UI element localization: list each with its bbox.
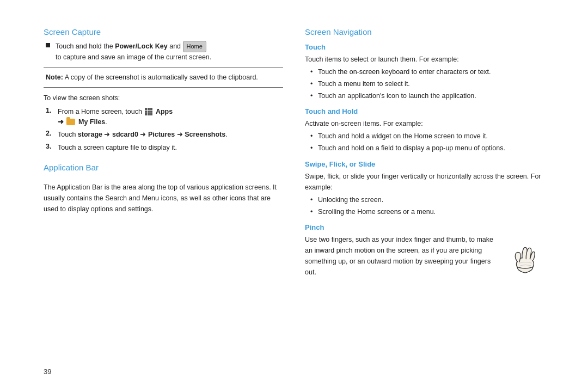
- screen-navigation-title: Screen Navigation: [305, 27, 544, 36]
- application-bar-text: The Application Bar is the area along th…: [44, 182, 283, 215]
- capture-instruction: Touch and hold the Power/Lock Key and Ho…: [44, 41, 283, 62]
- page-number: 39: [44, 367, 51, 376]
- touch-bullet-3: Touch an application's icon to launch th…: [310, 91, 544, 101]
- touch-hold-heading: Touch and Hold: [305, 107, 544, 115]
- touch-section: Touch Touch items to select or launch th…: [305, 43, 544, 101]
- touch-bullet-1: Touch the on-screen keyboard to enter ch…: [310, 67, 544, 77]
- swipe-bullet-1: Unlocking the screen.: [310, 195, 544, 205]
- touch-hold-intro: Activate on-screen items. For example:: [305, 118, 544, 129]
- pinch-section: Pinch Use two fingers, such as your inde…: [305, 223, 544, 280]
- pinch-text: Use two fingers, such as your index fing…: [305, 234, 495, 278]
- swipe-heading: Swipe, Flick, or Slide: [305, 160, 544, 168]
- swipe-bullet-2: Scrolling the Home screens or a menu.: [310, 207, 544, 217]
- touch-hold-bullet-1: Touch and hold a widget on the Home scre…: [310, 131, 544, 142]
- step-3-text: Touch a screen capture file to display i…: [58, 143, 177, 153]
- step-2-number: 2.: [46, 130, 54, 137]
- step-2-text: Touch storage ➜ sdcard0 ➜ Pictures ➜ Scr…: [58, 130, 228, 140]
- swipe-section: Swipe, Flick, or Slide Swipe, flick, or …: [305, 160, 544, 217]
- arrow-1: ➜: [58, 118, 64, 126]
- step-1-number: 1.: [46, 107, 54, 114]
- step-1-text: From a Home screen, touch Apps ➜ My File…: [58, 107, 173, 127]
- home-button-graphic: Home: [183, 41, 206, 52]
- apps-icon: [145, 108, 152, 115]
- steps-section: To view the screen shots: 1. From a Home…: [44, 93, 283, 153]
- step-3: 3. Touch a screen capture file to displa…: [44, 143, 283, 153]
- touch-hold-bullets: Touch and hold a widget on the Home scre…: [305, 131, 544, 154]
- step-1: 1. From a Home screen, touch Apps ➜ My F…: [44, 107, 283, 127]
- application-bar-section: Application Bar The Application Bar is t…: [44, 163, 283, 215]
- swipe-intro: Swipe, flick, or slide your finger verti…: [305, 171, 544, 193]
- touch-bullets: Touch the on-screen keyboard to enter ch…: [305, 67, 544, 101]
- folder-icon: [66, 119, 75, 125]
- step-3-number: 3.: [46, 143, 54, 150]
- touch-bullet-2: Touch a menu item to select it.: [310, 79, 544, 89]
- screen-capture-title: Screen Capture: [44, 27, 283, 36]
- touch-hold-section: Touch and Hold Activate on-screen items.…: [305, 107, 544, 154]
- note-text: A copy of the screenshot is automaticall…: [65, 74, 258, 81]
- bullet-square: [46, 43, 50, 47]
- note-box: Note: A copy of the screenshot is automa…: [44, 68, 283, 88]
- pinch-heading: Pinch: [305, 223, 544, 231]
- touch-heading: Touch: [305, 43, 544, 51]
- pinch-hand-illustration: [501, 234, 544, 278]
- step-2: 2. Touch storage ➜ sdcard0 ➜ Pictures ➜ …: [44, 130, 283, 140]
- touch-intro: Touch items to select or launch them. Fo…: [305, 54, 544, 65]
- capture-text: Touch and hold the Power/Lock Key and Ho…: [56, 41, 211, 62]
- view-text: To view the screen shots:: [44, 93, 283, 103]
- note-label: Note:: [46, 74, 63, 81]
- application-bar-title: Application Bar: [44, 163, 283, 172]
- touch-hold-bullet-2: Touch and hold on a field to display a p…: [310, 143, 544, 154]
- swipe-bullets: Unlocking the screen. Scrolling the Home…: [305, 195, 544, 217]
